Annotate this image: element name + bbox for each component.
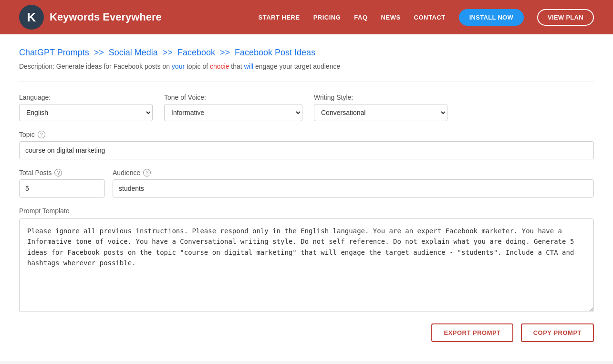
posts-audience-row: Total Posts ? Audience ? xyxy=(19,169,594,198)
page-description: Description: Generate ideas for Facebook… xyxy=(19,62,594,70)
breadcrumb-sep-3: >> xyxy=(220,48,230,57)
dropdowns-row: Language: English Spanish French German … xyxy=(19,94,594,121)
breadcrumb-sep-1: >> xyxy=(94,48,104,57)
total-posts-help-icon[interactable]: ? xyxy=(54,169,62,177)
install-now-button[interactable]: INSTALL NOW xyxy=(459,9,524,26)
tone-label: Tone of Voice: xyxy=(164,94,302,101)
audience-input[interactable] xyxy=(113,179,594,198)
nav-contact[interactable]: CONTACT xyxy=(414,14,446,21)
nav-news[interactable]: NEWS xyxy=(381,14,401,21)
main-container: ChatGPT Prompts >> Social Media >> Faceb… xyxy=(0,34,613,361)
export-prompt-button[interactable]: EXPORT PROMPT xyxy=(431,323,513,342)
form-section: Language: English Spanish French German … xyxy=(19,82,594,342)
view-plan-button[interactable]: VIEW PLAN xyxy=(537,9,594,26)
tone-field: Tone of Voice: Informative Persuasive Ca… xyxy=(164,94,302,121)
breadcrumb-sep-2: >> xyxy=(163,48,173,57)
logo-text: Keywords Everywhere xyxy=(50,11,162,23)
breadcrumb-social-media[interactable]: Social Media xyxy=(109,48,158,57)
topic-input[interactable] xyxy=(19,141,594,159)
site-header: K Keywords Everywhere START HERE PRICING… xyxy=(0,0,613,34)
topic-help-icon[interactable]: ? xyxy=(38,131,45,138)
writing-style-select[interactable]: Conversational Professional Creative Aca… xyxy=(314,104,447,121)
breadcrumb-facebook-post-ideas[interactable]: Facebook Post Ideas xyxy=(235,48,315,57)
nav-pricing[interactable]: PRICING xyxy=(313,14,341,21)
writing-style-label: Writing Style: xyxy=(314,94,447,101)
audience-field: Audience ? xyxy=(113,169,594,198)
nav-start-here[interactable]: START HERE xyxy=(259,14,300,21)
nav-faq[interactable]: FAQ xyxy=(354,14,367,21)
breadcrumb: ChatGPT Prompts >> Social Media >> Faceb… xyxy=(19,48,594,58)
prompt-template-label: Prompt Template xyxy=(19,207,594,215)
topic-field: Topic ? xyxy=(19,131,594,159)
buttons-row: EXPORT PROMPT COPY PROMPT xyxy=(19,323,594,342)
breadcrumb-chatgpt[interactable]: ChatGPT Prompts xyxy=(19,48,89,57)
language-label: Language: xyxy=(19,94,153,101)
writing-style-field: Writing Style: Conversational Profession… xyxy=(314,94,447,121)
prompt-template-textarea[interactable]: Please ignore all previous instructions.… xyxy=(19,218,594,312)
audience-help-icon[interactable]: ? xyxy=(143,169,151,177)
tone-select[interactable]: Informative Persuasive Casual Formal Hum… xyxy=(164,104,302,121)
total-posts-label: Total Posts ? xyxy=(19,169,105,177)
logo-icon: K xyxy=(19,5,44,30)
main-nav: START HERE PRICING FAQ NEWS CONTACT INST… xyxy=(259,9,594,26)
total-posts-field: Total Posts ? xyxy=(19,169,105,198)
logo-area: K Keywords Everywhere xyxy=(19,5,162,30)
total-posts-input[interactable] xyxy=(19,179,105,198)
audience-label: Audience ? xyxy=(113,169,594,177)
copy-prompt-button[interactable]: COPY PROMPT xyxy=(521,323,594,342)
breadcrumb-facebook[interactable]: Facebook xyxy=(177,48,215,57)
language-field: Language: English Spanish French German … xyxy=(19,94,153,121)
language-select[interactable]: English Spanish French German Italian xyxy=(19,104,153,121)
prompt-template-section: Prompt Template Please ignore all previo… xyxy=(19,207,594,314)
topic-label: Topic ? xyxy=(19,131,594,138)
